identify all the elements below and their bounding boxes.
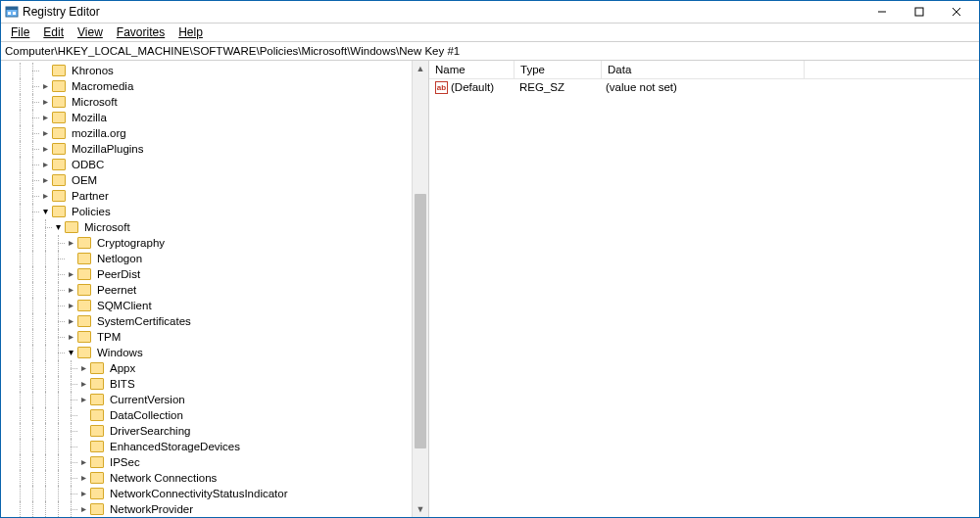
tree-item-label: mozilla.org <box>70 127 128 139</box>
values-list[interactable]: ab(Default)REG_SZ(value not set) <box>429 79 979 95</box>
tree-item[interactable]: ▸MozillaPlugins <box>1 141 428 157</box>
value-row[interactable]: ab(Default)REG_SZ(value not set) <box>429 79 979 95</box>
tree-item[interactable]: Khronos <box>1 63 428 78</box>
tree-item-microsoft[interactable]: ▾Microsoft <box>1 219 428 235</box>
folder-icon <box>90 362 104 374</box>
expand-toggle[interactable]: ▸ <box>39 157 52 172</box>
window-title: Registry Editor <box>19 5 863 19</box>
tree-item-label: TPM <box>95 331 122 343</box>
svg-rect-3 <box>13 12 16 15</box>
expand-toggle <box>77 407 90 423</box>
expand-toggle[interactable]: ▸ <box>77 454 90 470</box>
tree-item-label: MozillaPlugins <box>70 143 146 155</box>
tree-item[interactable]: ▸Partner <box>1 188 428 204</box>
tree-item[interactable]: ▸Appx <box>1 360 428 376</box>
titlebar: Registry Editor <box>1 1 979 24</box>
expand-toggle[interactable]: ▸ <box>77 470 90 486</box>
tree-item[interactable]: ▸NetworkConnectivityStatusIndicator <box>1 486 428 501</box>
scroll-track[interactable] <box>413 76 428 501</box>
maximize-button[interactable] <box>901 1 938 23</box>
expand-toggle[interactable]: ▸ <box>39 141 52 157</box>
tree-item[interactable]: ▸Macromedia <box>1 78 428 94</box>
tree-item-label: Macromedia <box>70 80 135 92</box>
tree-item-label: DriverSearching <box>108 425 192 437</box>
expand-toggle[interactable]: ▸ <box>77 486 90 501</box>
registry-tree[interactable]: Khronos▸Macromedia▸Microsoft▸Mozilla▸moz… <box>1 61 428 517</box>
folder-icon <box>65 221 78 233</box>
folder-icon <box>77 300 91 311</box>
tree-item[interactable]: ▸SQMClient <box>1 298 428 313</box>
tree-item-label: Netlogon <box>95 253 144 264</box>
tree-item-windows[interactable]: ▾Windows <box>1 345 428 360</box>
expand-toggle[interactable]: ▸ <box>39 94 52 110</box>
expand-toggle[interactable]: ▸ <box>39 125 52 141</box>
menu-file[interactable]: File <box>5 24 35 40</box>
tree-item[interactable]: ▸Microsoft <box>1 94 428 110</box>
expand-toggle[interactable]: ▸ <box>65 298 77 313</box>
tree-item[interactable]: DriverSearching <box>1 423 428 439</box>
expand-toggle[interactable]: ▸ <box>77 360 90 376</box>
tree-item[interactable]: ▸Network Connections <box>1 470 428 486</box>
tree-item[interactable]: Netlogon <box>1 251 428 266</box>
col-type[interactable]: Type <box>514 61 602 78</box>
expand-toggle <box>65 251 77 266</box>
tree-item[interactable]: ▸SystemCertificates <box>1 313 428 329</box>
folder-icon <box>52 174 66 186</box>
expand-toggle[interactable]: ▸ <box>39 110 52 125</box>
expand-toggle[interactable]: ▸ <box>77 376 90 392</box>
tree-item[interactable]: ▸BITS <box>1 376 428 392</box>
tree-item-policies[interactable]: ▾Policies <box>1 204 428 219</box>
address-text: Computer\HKEY_LOCAL_MACHINE\SOFTWARE\Pol… <box>5 45 460 57</box>
tree-item[interactable]: DataCollection <box>1 407 428 423</box>
expand-toggle[interactable]: ▸ <box>65 282 77 298</box>
expand-toggle[interactable]: ▸ <box>77 501 90 517</box>
expand-toggle[interactable]: ▸ <box>39 78 52 94</box>
value-type: REG_SZ <box>514 81 600 93</box>
tree-item-label: PeerDist <box>95 268 142 280</box>
expand-toggle[interactable]: ▸ <box>39 188 52 204</box>
menu-edit[interactable]: Edit <box>37 24 70 40</box>
tree-scrollbar[interactable]: ▲ ▼ <box>412 61 428 517</box>
scroll-up-button[interactable]: ▲ <box>413 61 428 76</box>
col-name[interactable]: Name <box>429 61 514 78</box>
expand-toggle[interactable]: ▾ <box>65 345 77 360</box>
scroll-down-button[interactable]: ▼ <box>413 501 428 517</box>
menu-favorites[interactable]: Favorites <box>111 24 171 40</box>
folder-icon <box>90 441 104 452</box>
expand-toggle[interactable]: ▸ <box>65 313 77 329</box>
expand-toggle[interactable]: ▾ <box>52 219 65 235</box>
menu-help[interactable]: Help <box>172 24 209 40</box>
tree-item[interactable]: ▸TPM <box>1 329 428 345</box>
tree-item[interactable]: ▸PeerDist <box>1 266 428 282</box>
expand-toggle[interactable]: ▸ <box>65 266 77 282</box>
folder-icon <box>52 112 66 123</box>
expand-toggle <box>39 63 52 78</box>
menu-view[interactable]: View <box>72 24 109 40</box>
tree-item[interactable]: ▸NetworkProvider <box>1 501 428 517</box>
expand-toggle[interactable]: ▾ <box>39 204 52 219</box>
tree-item[interactable]: ▸Cryptography <box>1 235 428 251</box>
tree-item[interactable]: ▸mozilla.org <box>1 125 428 141</box>
address-bar[interactable]: Computer\HKEY_LOCAL_MACHINE\SOFTWARE\Pol… <box>1 42 979 61</box>
tree-item-label: Cryptography <box>95 237 167 249</box>
tree-item[interactable]: ▸Peernet <box>1 282 428 298</box>
tree-item[interactable]: EnhancedStorageDevices <box>1 439 428 454</box>
tree-item[interactable]: ▸OEM <box>1 172 428 188</box>
expand-toggle[interactable]: ▸ <box>65 235 77 251</box>
tree-item[interactable]: ▸ODBC <box>1 157 428 172</box>
close-button[interactable] <box>938 1 975 23</box>
tree-item[interactable]: ▸IPSec <box>1 454 428 470</box>
scroll-thumb[interactable] <box>415 194 426 448</box>
tree-item-label: EnhancedStorageDevices <box>108 441 242 452</box>
expand-toggle[interactable]: ▸ <box>77 392 90 407</box>
folder-icon <box>52 65 66 76</box>
expand-toggle[interactable]: ▸ <box>65 329 77 345</box>
expand-toggle[interactable]: ▸ <box>39 172 52 188</box>
folder-icon <box>52 206 66 217</box>
minimize-button[interactable] <box>863 1 901 23</box>
tree-item-label: Khronos <box>70 65 116 76</box>
tree-item[interactable]: ▸CurrentVersion <box>1 392 428 407</box>
folder-icon <box>52 96 66 108</box>
col-data[interactable]: Data <box>602 61 805 78</box>
tree-item[interactable]: ▸Mozilla <box>1 110 428 125</box>
